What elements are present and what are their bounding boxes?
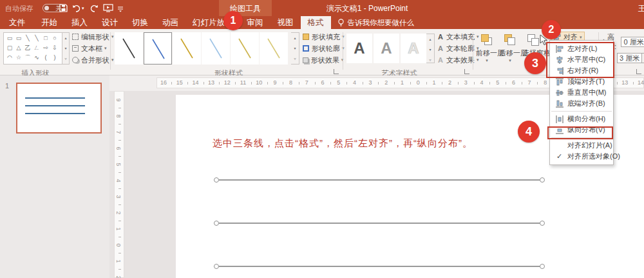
tab-格式[interactable]: 格式 [301,16,331,29]
redo-button[interactable] [90,3,99,14]
wordart-button-label: 文本效果 [446,55,475,65]
shape-glyph-icon[interactable]: ◠ [5,53,14,63]
tab-动画[interactable]: 动画 [155,16,185,29]
shape-glyph-icon[interactable]: 乙 [23,43,32,53]
annotation-box-align-items [546,42,614,78]
tab-切换[interactable]: 切换 [125,16,155,29]
shape-glyph-icon[interactable]: ☆ [14,53,23,63]
shape-glyph-icon[interactable]: ⇨ [41,43,50,53]
bring-forward-button[interactable]: 前移一层▾ [476,32,498,63]
tell-me-box[interactable]: 告诉我你想要做什么 [331,16,421,29]
height-input[interactable]: 0 厘米 [621,37,644,47]
hruler-number: 4 [353,79,356,86]
customize-qat-button[interactable] [117,3,124,14]
wordart-scroll[interactable]: ▴▾▿ [426,34,435,63]
menu-item-对齐幻灯片(A)[interactable]: 对齐幻灯片(A) [550,140,613,151]
shape-styles-button-label: 形状轮廓 [312,44,340,54]
tab-视图[interactable]: 视图 [270,16,301,29]
shape-glyph-icon[interactable]: ) [50,53,59,63]
shape-glyph-icon[interactable]: ▭ [5,34,14,43]
menu-separator [551,111,612,112]
tab-审阅[interactable]: 审阅 [240,16,270,29]
slide-thumbnail[interactable] [16,83,102,134]
line-endpoint-handle[interactable] [214,221,219,226]
line-style-swatch[interactable] [115,32,143,65]
line-style-swatch[interactable] [260,32,288,65]
line-endpoint-handle[interactable] [540,264,545,269]
hruler-number: 1 [432,79,435,86]
save-button[interactable] [59,3,68,14]
wordart-dialog-launcher-icon[interactable] [464,69,469,74]
shape-glyph-icon[interactable]: △ [14,43,23,53]
slide-line[interactable] [219,266,540,267]
line-endpoint-handle[interactable] [214,177,219,183]
hruler-tick [204,82,204,84]
hruler-number: 15 [176,79,183,86]
shape-styles-dialog-launcher-icon[interactable] [334,69,339,74]
vertical-ruler: 987654321012 [114,91,124,278]
save-icon [59,4,68,12]
hruler-tick [283,82,283,84]
annotation-box-distribute-vertical [547,126,613,139]
shape-glyph-icon[interactable]: ╲ [23,34,32,43]
hruler-number: 6 [321,79,324,86]
line-endpoint-handle[interactable] [214,264,219,269]
wordart-style-sample[interactable]: A [401,34,426,63]
hruler-number: 3 [464,79,468,86]
wordart-style-sample[interactable]: A [346,34,372,63]
hruler-tick [187,82,188,84]
tab-设计[interactable]: 设计 [95,16,125,29]
shape-styles-button-3[interactable]: 形状效果▾ [303,55,345,65]
insert-shapes-button-3[interactable]: 合并形状▾ [72,55,114,65]
line-style-swatch[interactable] [231,32,259,65]
tab-开始[interactable]: 开始 [34,16,64,29]
width-input[interactable]: 3 厘米 [617,53,642,63]
shape-styles-button-2[interactable]: 形状轮廓▾ [303,43,345,54]
shape-glyph-icon[interactable]: ▢ [5,43,14,53]
insert-shapes-button-1[interactable]: 编辑形状▾ [72,32,114,42]
shape-styles-scroll[interactable]: ▴▾▿ [291,32,299,65]
menu-item-垂直居中(M)[interactable]: 垂直居中(M) [550,87,613,98]
hruler-number: 11 [240,79,246,86]
shape-glyph-icon[interactable]: ⇩ [50,43,59,53]
menu-item-横向分布(H)[interactable]: 横向分布(H) [550,114,613,124]
insert-shapes-button-2[interactable]: 文本框▾ [72,43,114,54]
shape-glyph-icon[interactable]: ( [41,53,50,63]
powerpoint-window: 自动保存 关 ▾ 绘图工具 演示文稿1 - PowerPoint 王 文件开始插… [0,0,644,278]
hruler-number: 4 [480,79,483,86]
shape-glyph-icon[interactable]: □ [41,34,50,43]
shape-glyph-icon[interactable]: ○ [50,34,59,43]
wordart-style-sample[interactable]: A [374,34,399,63]
step-circle-4: 4 [518,121,540,143]
dropdown-caret-icon: ▾ [476,58,498,63]
line-endpoint-handle[interactable] [540,221,545,226]
send-backward-button[interactable]: 后移一层▾ [499,32,521,63]
tab-文件[interactable]: 文件 [0,16,34,29]
shape-glyph-icon[interactable]: ⌒ [23,53,32,63]
slide-line[interactable] [219,223,540,224]
insert-shapes-gallery[interactable]: ▭▭╲╲□○▢△乙ㄥ⇨⇩◠☆⌒∿() [3,32,62,65]
shape-glyph-icon[interactable]: ㄥ [32,43,41,53]
slide-line[interactable] [219,179,540,181]
line-style-swatch[interactable] [173,32,201,65]
hruler-tick [378,82,379,84]
menu-item-对齐所选对象(O)[interactable]: ✓对齐所选对象(O) [550,151,613,162]
shapes-gallery-scroll[interactable]: ▴▾▿ [62,32,70,65]
line-style-swatch[interactable] [202,32,230,65]
text-effects-icon: A [437,56,444,64]
menu-item-label: 顶端对齐(T) [567,77,605,86]
shape-glyph-icon[interactable]: ▭ [14,34,23,43]
hruler-tick [171,82,172,84]
undo-button[interactable]: ▾ [72,3,84,14]
menu-item-底端对齐(B)[interactable]: 底端对齐(B) [550,98,613,109]
menu-item-label: 垂直居中(M) [567,88,607,97]
shape-glyph-icon[interactable]: ∿ [32,53,41,63]
hruler-tick [474,82,475,84]
shape-styles-button-1[interactable]: 形状填充▾ [303,32,345,42]
shape-glyph-icon[interactable]: ╲ [32,34,41,43]
line-endpoint-handle[interactable] [540,177,545,183]
line-style-swatch-selected[interactable] [144,32,172,65]
start-slideshow-button[interactable] [103,3,113,14]
tab-插入[interactable]: 插入 [64,16,95,29]
size-dialog-launcher-icon[interactable] [636,69,641,74]
